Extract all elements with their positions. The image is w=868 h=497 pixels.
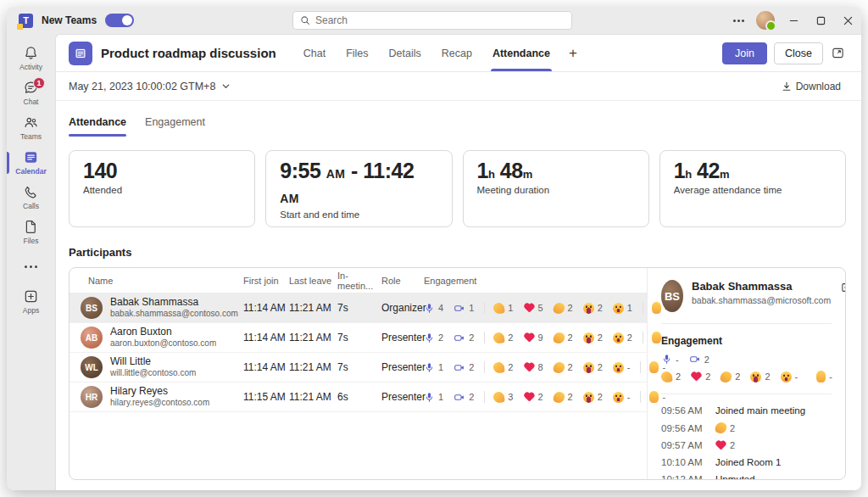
average-label: Average attendance time bbox=[674, 185, 832, 195]
title-bar: New Teams bbox=[7, 7, 861, 34]
table-header-row: Name First join Last leave In-meetin... … bbox=[70, 268, 647, 293]
add-tab-button[interactable]: + bbox=[562, 35, 584, 71]
sidebar-item-activity[interactable]: Activity bbox=[7, 41, 55, 75]
first-join-value: 11:14 AM bbox=[243, 361, 289, 373]
search-box[interactable] bbox=[292, 11, 572, 30]
sidebar-item-label: Calls bbox=[23, 202, 39, 210]
mic-icon bbox=[661, 354, 672, 365]
file-icon bbox=[23, 219, 39, 235]
first-join-value: 11:14 AM bbox=[243, 302, 289, 314]
chat-unread-badge: 1 bbox=[33, 77, 45, 89]
tab-files[interactable]: Files bbox=[337, 35, 376, 71]
surprised-emoji bbox=[613, 303, 624, 314]
table-row[interactable]: HR Hilary Reyes hilary.reyes@contoso.com… bbox=[70, 383, 647, 412]
apps-plus-icon bbox=[23, 288, 39, 304]
table-row[interactable]: BS Babak Shammassa babak.shammassa@conto… bbox=[70, 293, 647, 323]
meeting-header: Product roadmap discussion Chat Files De… bbox=[56, 35, 861, 72]
participant-name: Will Little bbox=[110, 355, 196, 368]
clap-emoji bbox=[552, 301, 565, 314]
open-profile-icon[interactable] bbox=[839, 280, 845, 295]
user-avatar[interactable] bbox=[756, 11, 775, 30]
surprised-emoji bbox=[613, 362, 624, 373]
table-row[interactable]: WL Will Little will.little@contoso.com 1… bbox=[70, 353, 647, 383]
phone-icon bbox=[23, 184, 39, 200]
timeline-entry: 09:56 AM Joined main meeting bbox=[661, 405, 832, 416]
meeting-date-dropdown[interactable]: May 21, 2023 10:00:02 GTM+8 bbox=[69, 81, 231, 92]
tab-details[interactable]: Details bbox=[381, 35, 430, 71]
in-meeting-value: 7s bbox=[337, 332, 381, 343]
avatar: HR bbox=[81, 386, 103, 408]
sidebar-item-label: Chat bbox=[24, 98, 39, 106]
popout-meeting-icon[interactable] bbox=[830, 45, 846, 61]
maximize-button[interactable] bbox=[807, 7, 834, 34]
heart-emoji bbox=[523, 362, 534, 372]
heart-emoji bbox=[715, 440, 726, 450]
like-emoji bbox=[492, 332, 505, 344]
table-row[interactable]: AB Aaron Buxton aaron.buxton@contoso.com… bbox=[70, 323, 647, 353]
engagement-cell: 1 2 2 8 2 2 - - bbox=[424, 361, 672, 373]
duration-card: 1h 48m Meeting duration bbox=[463, 150, 649, 227]
attended-card: 140 Attended bbox=[69, 150, 255, 227]
sidebar-item-calls[interactable]: Calls bbox=[7, 180, 55, 215]
tab-attendance[interactable]: Attendance bbox=[484, 35, 559, 71]
mic-icon bbox=[424, 332, 435, 343]
last-leave-value: 11:21 AM bbox=[289, 302, 337, 314]
sidebar-item-more[interactable] bbox=[7, 249, 55, 284]
sidebar-item-teams[interactable]: Teams bbox=[7, 110, 55, 145]
attended-label: Attended bbox=[83, 185, 241, 195]
last-leave-value: 11:21 AM bbox=[289, 332, 337, 343]
like-emoji bbox=[660, 371, 673, 383]
heart-emoji bbox=[523, 332, 534, 343]
detail-reaction-counts: 2 2 2 2 - - bbox=[661, 371, 832, 383]
sidebar-item-label: Activity bbox=[19, 63, 42, 71]
join-button[interactable]: Join bbox=[722, 42, 767, 64]
surprised-emoji bbox=[781, 371, 792, 383]
sidebar-item-files[interactable]: Files bbox=[7, 215, 55, 249]
tab-recap[interactable]: Recap bbox=[433, 35, 481, 71]
duration-value: 1h 48m bbox=[477, 159, 635, 183]
laugh-emoji bbox=[583, 332, 594, 343]
clap-emoji bbox=[552, 331, 565, 343]
meeting-actions: Join Close bbox=[722, 42, 846, 64]
app-label: New Teams bbox=[42, 14, 97, 26]
like-emoji bbox=[492, 302, 505, 315]
close-window-button[interactable] bbox=[834, 7, 861, 34]
calendar-icon bbox=[23, 149, 39, 165]
participants-card: Name First join Last leave In-meetin... … bbox=[69, 267, 846, 480]
more-apps-icon bbox=[25, 265, 37, 268]
surprised-emoji bbox=[613, 392, 624, 403]
sidebar-item-chat[interactable]: 1 Chat bbox=[7, 75, 55, 110]
subtab-engagement[interactable]: Engagement bbox=[145, 116, 205, 137]
col-first-join: First join bbox=[243, 276, 289, 286]
clap-emoji bbox=[715, 422, 727, 434]
role-value: Presenter bbox=[381, 391, 424, 403]
sidebar-item-label: Teams bbox=[20, 132, 42, 141]
laugh-emoji bbox=[583, 303, 594, 314]
average-value: 1h 42m bbox=[674, 159, 832, 183]
search-input[interactable] bbox=[315, 14, 565, 26]
engagement-heading: Engagement bbox=[661, 335, 832, 347]
close-button[interactable]: Close bbox=[774, 42, 823, 64]
subtab-attendance[interactable]: Attendance bbox=[69, 116, 126, 137]
titlebar-controls bbox=[726, 7, 861, 34]
participant-detail-panel: BS Babak Shammassa babak.shammassa@micro… bbox=[647, 268, 845, 479]
toggle-knob bbox=[122, 15, 132, 25]
in-meeting-value: 6s bbox=[337, 391, 381, 403]
detail-email: babak.shammassa@microsoft.com bbox=[692, 295, 831, 305]
surprised-emoji bbox=[613, 332, 624, 343]
chevron-down-icon bbox=[221, 81, 231, 91]
avatar: BS bbox=[661, 280, 683, 312]
first-join-value: 11:15 AM bbox=[243, 391, 289, 403]
role-value: Presenter bbox=[381, 361, 424, 373]
tab-chat[interactable]: Chat bbox=[295, 35, 334, 71]
sidebar-item-calendar[interactable]: Calendar bbox=[7, 145, 55, 180]
sidebar-item-label: Apps bbox=[23, 306, 39, 315]
more-options-icon[interactable] bbox=[726, 20, 751, 22]
col-in-meeting: In-meetin... bbox=[337, 271, 381, 291]
mic-icon bbox=[424, 303, 435, 314]
download-button[interactable]: Download bbox=[782, 81, 841, 92]
new-teams-toggle[interactable] bbox=[105, 14, 134, 27]
participant-email: hilary.reyes@contoso.com bbox=[110, 398, 209, 409]
minimize-button[interactable] bbox=[780, 7, 807, 34]
sidebar-item-apps[interactable]: Apps bbox=[7, 284, 55, 319]
